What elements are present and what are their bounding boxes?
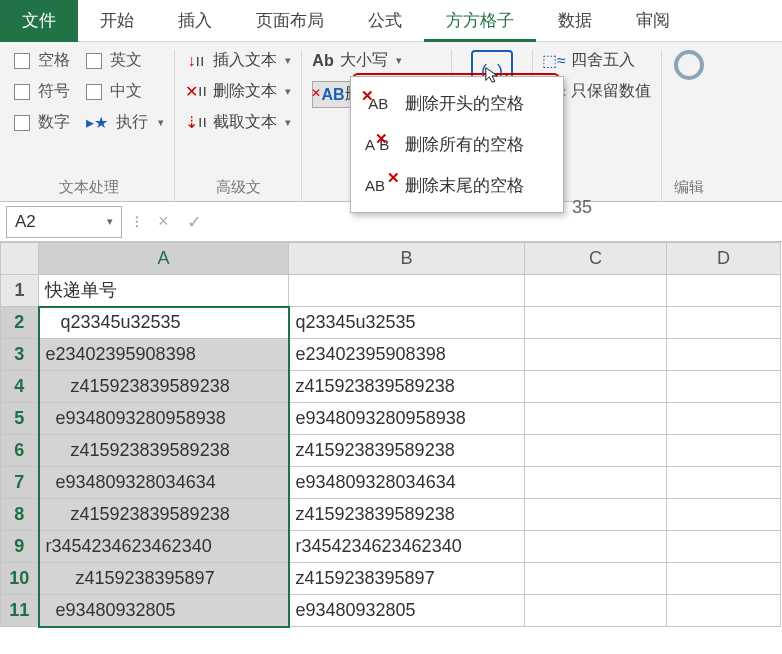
tab-review[interactable]: 审阅 [614,0,692,42]
cell[interactable]: e934809328034634 [39,467,289,499]
cell[interactable]: e9348093280958938 [39,403,289,435]
cell[interactable]: e934809328034634 [289,467,525,499]
cell[interactable]: q23345u32535 [39,307,289,339]
cell[interactable] [667,371,781,403]
cell[interactable]: r3454234623462340 [39,531,289,563]
trim-icon: ✕AB [317,86,339,104]
insert-text-icon: ↓ıı [185,52,207,70]
row-header[interactable]: 5 [1,403,39,435]
cell[interactable] [525,371,667,403]
cell[interactable]: e93480932805 [39,595,289,627]
chk-space[interactable] [14,53,30,69]
row-header[interactable]: 3 [1,339,39,371]
cell[interactable] [525,499,667,531]
tab-data[interactable]: 数据 [536,0,614,42]
fx-dots-icon[interactable]: ⁝ [134,211,140,233]
cell[interactable] [667,531,781,563]
btn-round[interactable]: ⬚≈四舍五入 [543,50,651,71]
ribbon-tabs: 文件 开始 插入 页面布局 公式 方方格子 数据 审阅 [0,0,782,42]
fx-cancel-icon[interactable]: × [158,211,169,233]
cell[interactable] [667,435,781,467]
row-header[interactable]: 9 [1,531,39,563]
name-box-value: A2 [15,212,36,232]
col-header-c[interactable]: C [525,243,667,275]
tab-insert[interactable]: 插入 [156,0,234,42]
tab-formula[interactable]: 公式 [346,0,424,42]
cell[interactable]: r3454234623462340 [289,531,525,563]
cell[interactable] [525,531,667,563]
col-header-b[interactable]: B [289,243,525,275]
cell[interactable]: z415923839589238 [289,499,525,531]
cell[interactable]: z4159238395897 [39,563,289,595]
trim-trailing-icon: AB✕ [365,177,393,194]
chk-number[interactable] [14,115,30,131]
cell[interactable] [525,339,667,371]
row-header[interactable]: 1 [1,275,39,307]
row-header[interactable]: 10 [1,563,39,595]
cell[interactable] [667,275,781,307]
cell[interactable]: q23345u32535 [289,307,525,339]
trim-leading-icon: ✕ AB [365,95,393,112]
cell[interactable] [525,275,667,307]
name-box[interactable]: A2▾ [6,206,122,238]
row-header[interactable]: 11 [1,595,39,627]
cell[interactable] [667,307,781,339]
menu-trim-leading[interactable]: ✕ AB删除开头的空格 [351,83,563,124]
spreadsheet-grid[interactable]: A B C D 1快递单号2 q23345u32535q23345u325353… [0,242,781,628]
cell[interactable]: e93480932805 [289,595,525,627]
float-35: 35 [572,197,592,218]
cell[interactable] [525,435,667,467]
tab-ffgz[interactable]: 方方格子 [424,0,536,42]
btn-extract-text[interactable]: ⇣ıı截取文本▾ [185,112,291,133]
cell[interactable] [667,339,781,371]
edit-icon[interactable] [674,50,704,80]
cell[interactable]: z415923839589238 [39,435,289,467]
row-header[interactable]: 7 [1,467,39,499]
cell[interactable]: 快递单号 [39,275,289,307]
btn-insert-text[interactable]: ↓ıı插入文本▾ [185,50,291,71]
tab-home[interactable]: 开始 [78,0,156,42]
tab-layout[interactable]: 页面布局 [234,0,346,42]
cell[interactable] [667,467,781,499]
cell[interactable]: z415923839589238 [289,371,525,403]
cell[interactable] [667,499,781,531]
chk-english[interactable] [86,53,102,69]
corner-cell[interactable] [1,243,39,275]
col-header-d[interactable]: D [667,243,781,275]
delete-text-icon: ✕ıı [185,82,207,101]
cell[interactable] [525,467,667,499]
row-header[interactable]: 2 [1,307,39,339]
cell[interactable]: e23402395908398 [289,339,525,371]
cell[interactable] [525,403,667,435]
trim-all-icon: A✕ B [365,136,393,153]
cell[interactable]: z415923839589238 [39,371,289,403]
cell[interactable]: e9348093280958938 [289,403,525,435]
cell[interactable] [289,275,525,307]
cell[interactable]: z4159238395897 [289,563,525,595]
col-header-a[interactable]: A [39,243,289,275]
btn-case[interactable]: Ab大小写▾ [312,50,441,71]
trim-dropdown: ✕ AB删除开头的空格 A✕ B删除所有的空格 AB✕删除末尾的空格 [350,76,564,213]
cell[interactable] [525,563,667,595]
cell[interactable] [525,307,667,339]
chk-chinese[interactable] [86,84,102,100]
fx-confirm-icon[interactable]: ✓ [187,211,202,233]
row-header[interactable]: 8 [1,499,39,531]
btn-delete-text[interactable]: ✕ıı删除文本▾ [185,81,291,102]
cell[interactable]: z415923839589238 [289,435,525,467]
tab-file[interactable]: 文件 [0,0,78,42]
group-advanced-text: ↓ıı插入文本▾ ✕ıı删除文本▾ ⇣ıı截取文本▾ 高级文 [175,50,302,201]
cell[interactable]: e23402395908398 [39,339,289,371]
exec-icon[interactable]: ▸★ [86,113,108,132]
lbl-trim-leading: 删除开头的空格 [405,92,524,115]
cell[interactable] [667,403,781,435]
row-header[interactable]: 6 [1,435,39,467]
cell[interactable] [667,595,781,627]
cell[interactable]: z415923839589238 [39,499,289,531]
cell[interactable] [667,563,781,595]
menu-trim-trailing[interactable]: AB✕删除末尾的空格 [351,165,563,206]
chk-symbol[interactable] [14,84,30,100]
row-header[interactable]: 4 [1,371,39,403]
cell[interactable] [525,595,667,627]
menu-trim-all[interactable]: A✕ B删除所有的空格 [351,124,563,165]
